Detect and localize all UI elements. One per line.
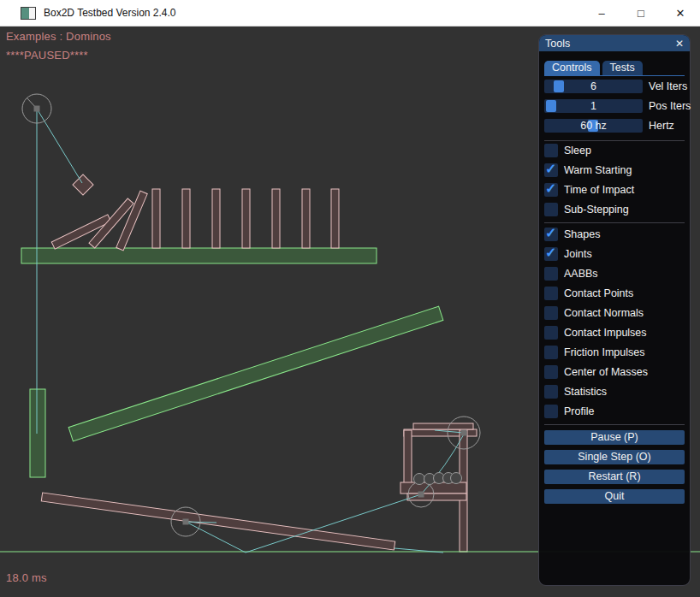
checkbox-row-shapes[interactable]: ✓ Shapes bbox=[544, 228, 685, 241]
checkbox[interactable]: ✓ bbox=[544, 247, 558, 261]
window-titlebar: Box2D Testbed Version 2.4.0 – □ ✕ bbox=[0, 0, 700, 27]
checkbox-row-profile[interactable]: ✓ Profile bbox=[544, 405, 685, 418]
separator bbox=[544, 222, 685, 223]
minimize-button[interactable]: – bbox=[582, 0, 621, 26]
quit-button[interactable]: Quit bbox=[544, 489, 685, 504]
checkbox-row-statistics[interactable]: ✓ Statistics bbox=[544, 385, 685, 399]
checkbox-label: Joints bbox=[564, 248, 592, 260]
frame-time-label: 18.0 ms bbox=[6, 571, 47, 584]
checkbox-label: Contact Points bbox=[564, 287, 633, 299]
hertz-slider[interactable]: 60 hz bbox=[544, 119, 643, 133]
paused-label: ****PAUSED**** bbox=[6, 49, 88, 62]
checkbox-row-aabbs[interactable]: ✓ AABBs bbox=[544, 267, 685, 281]
checkbox-label: Contact Normals bbox=[564, 307, 644, 319]
checkbox-row-sleep[interactable]: ✓ Sleep bbox=[544, 144, 685, 157]
vel-iters-slider[interactable]: 6 bbox=[544, 80, 643, 93]
checkbox[interactable]: ✓ bbox=[544, 346, 558, 359]
checkbox-label: Friction Impulses bbox=[564, 346, 644, 358]
checkbox-label: Warm Starting bbox=[564, 164, 632, 176]
pos-iters-value: 1 bbox=[544, 99, 643, 113]
checkbox[interactable]: ✓ bbox=[544, 267, 558, 281]
single-step-button[interactable]: Single Step (O) bbox=[544, 450, 685, 464]
checkbox[interactable]: ✓ bbox=[544, 306, 558, 320]
checkbox-label: Sub-Stepping bbox=[564, 204, 629, 216]
checkbox[interactable]: ✓ bbox=[544, 385, 558, 399]
checkbox[interactable]: ✓ bbox=[544, 326, 558, 340]
checkbox-label: AABBs bbox=[564, 268, 598, 280]
pos-iters-slider[interactable]: 1 bbox=[544, 99, 643, 113]
tools-panel-title: Tools bbox=[545, 38, 570, 50]
tab-controls[interactable]: Controls bbox=[544, 61, 600, 75]
tab-tests[interactable]: Tests bbox=[602, 61, 643, 75]
checkbox-label: Time of Impact bbox=[564, 184, 634, 196]
vel-iters-label: Vel Iters bbox=[649, 80, 687, 92]
close-button[interactable]: ✕ bbox=[661, 0, 700, 26]
checkbox-row-contact-normals[interactable]: ✓ Contact Normals bbox=[544, 306, 685, 320]
checkbox-row-warm-starting[interactable]: ✓ Warm Starting bbox=[544, 163, 685, 177]
example-label: Examples : Dominos bbox=[6, 30, 111, 43]
checkbox-label: Sleep bbox=[564, 145, 591, 157]
checkbox-row-friction-impulses[interactable]: ✓ Friction Impulses bbox=[544, 346, 685, 359]
checkbox-label: Shapes bbox=[564, 228, 600, 240]
pos-iters-label: Pos Iters bbox=[649, 100, 691, 112]
separator bbox=[544, 424, 685, 425]
hertz-value: 60 hz bbox=[544, 119, 643, 133]
tab-bar: Controls Tests bbox=[544, 61, 685, 76]
slider-row-vel-iters: 6 Vel Iters bbox=[544, 80, 685, 93]
checkbox-row-center-of-masses[interactable]: ✓ Center of Masses bbox=[544, 365, 685, 379]
checkbox-row-sub-stepping[interactable]: ✓ Sub-Stepping bbox=[544, 203, 685, 216]
pause-button[interactable]: Pause (P) bbox=[544, 430, 685, 445]
checkbox-label: Contact Impulses bbox=[564, 327, 647, 339]
window-title: Box2D Testbed Version 2.4.0 bbox=[44, 7, 176, 19]
checkbox-label: Center of Masses bbox=[564, 366, 648, 378]
checkmark-icon: ✓ bbox=[545, 245, 556, 261]
checkmark-icon: ✓ bbox=[545, 161, 556, 177]
vel-iters-value: 6 bbox=[544, 80, 643, 93]
restart-button[interactable]: Restart (R) bbox=[544, 470, 685, 484]
checkbox[interactable]: ✓ bbox=[544, 287, 558, 300]
checkbox[interactable]: ✓ bbox=[544, 203, 558, 216]
tools-panel: Tools ✕ Controls Tests 6 Vel Iters 1 Pos… bbox=[538, 34, 691, 586]
checkbox[interactable]: ✓ bbox=[544, 405, 558, 418]
checkbox[interactable]: ✓ bbox=[544, 365, 558, 379]
checkbox-row-time-of-impact[interactable]: ✓ Time of Impact bbox=[544, 183, 685, 197]
app-icon bbox=[21, 7, 36, 20]
checkbox[interactable]: ✓ bbox=[544, 228, 558, 241]
slider-row-pos-iters: 1 Pos Iters bbox=[544, 99, 685, 113]
separator bbox=[544, 140, 685, 141]
checkbox-label: Profile bbox=[564, 405, 594, 417]
panel-close-icon[interactable]: ✕ bbox=[675, 38, 684, 50]
checkmark-icon: ✓ bbox=[545, 180, 556, 197]
checkbox[interactable]: ✓ bbox=[544, 183, 558, 197]
checkbox-row-contact-impulses[interactable]: ✓ Contact Impulses bbox=[544, 326, 685, 340]
checkbox[interactable]: ✓ bbox=[544, 144, 558, 157]
checkbox-label: Statistics bbox=[564, 386, 607, 398]
checkmark-icon: ✓ bbox=[545, 225, 556, 241]
slider-row-hertz: 60 hz Hertz bbox=[544, 119, 685, 133]
hertz-label: Hertz bbox=[649, 120, 674, 132]
checkbox[interactable]: ✓ bbox=[544, 163, 558, 177]
maximize-button[interactable]: □ bbox=[621, 0, 661, 26]
checkbox-row-joints[interactable]: ✓ Joints bbox=[544, 247, 685, 261]
tools-panel-titlebar[interactable]: Tools ✕ bbox=[539, 35, 690, 51]
checkbox-row-contact-points[interactable]: ✓ Contact Points bbox=[544, 287, 685, 300]
